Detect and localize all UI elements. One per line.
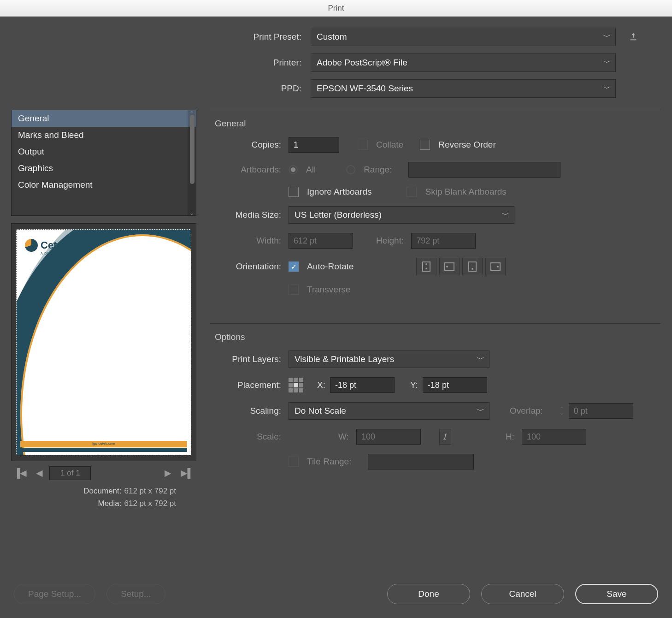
overlap-label: Overlap: xyxy=(510,406,543,416)
scale-label: Scale: xyxy=(210,432,284,442)
scaling-value: Do Not Scale xyxy=(295,406,346,416)
chevron-down-icon: ﹀ xyxy=(477,355,484,364)
scaling-label: Scaling: xyxy=(210,406,284,416)
placement-x-input[interactable] xyxy=(330,377,395,393)
collate-label: Collate xyxy=(376,140,403,150)
preview-footer: igs-cetek.com xyxy=(20,441,187,447)
tile-range-input xyxy=(368,454,474,469)
orientation-portrait-down[interactable] xyxy=(462,258,483,275)
logo-text: Cetek xyxy=(41,239,68,251)
scale-h-input xyxy=(522,429,586,445)
chevron-down-icon: ﹀ xyxy=(477,406,484,416)
copies-input[interactable] xyxy=(289,137,339,153)
scroll-thumb[interactable] xyxy=(190,115,195,184)
width-label: Width: xyxy=(210,236,284,246)
done-button[interactable]: Done xyxy=(387,584,470,604)
print-layers-value: Visible & Printable Layers xyxy=(295,354,394,364)
placement-grid[interactable] xyxy=(289,378,303,392)
tile-range-label: Tile Range: xyxy=(307,457,351,467)
preview-page: Cetek A DIVISION OF IGS igs-cetek.com xyxy=(16,229,191,455)
ppd-value: EPSON WF-3540 Series xyxy=(317,83,413,94)
window-title: Print xyxy=(328,4,344,13)
chevron-down-icon: ﹀ xyxy=(603,32,611,42)
orientation-landscape-left[interactable] xyxy=(439,258,460,275)
svg-point-5 xyxy=(472,268,473,270)
orientation-portrait-up[interactable] xyxy=(416,258,436,275)
media-size-dropdown[interactable]: US Letter (Borderless) ﹀ xyxy=(289,206,514,224)
auto-rotate-label: Auto-Rotate xyxy=(307,261,354,272)
stepper-icon: ⌃⌄ xyxy=(560,407,564,415)
doc-dim-label: Document: xyxy=(83,487,121,495)
reverse-order-checkbox[interactable] xyxy=(420,140,430,150)
sidebar-scrollbar[interactable]: ⌃ ⌄ xyxy=(188,110,196,215)
logo-sub: A DIVISION OF IGS xyxy=(41,252,77,255)
titlebar: Print xyxy=(0,0,672,17)
print-preset-label: Print Preset: xyxy=(149,32,306,42)
printer-label: Printer: xyxy=(149,58,306,68)
scale-h-label: H: xyxy=(506,432,514,442)
sidebar-item-output[interactable]: Output xyxy=(12,143,196,160)
artboards-all-label: All xyxy=(306,165,316,175)
ppd-label: PPD: xyxy=(149,83,306,94)
media-dim-label: Media: xyxy=(98,499,121,508)
sidebar-item-graphics[interactable]: Graphics xyxy=(12,160,196,177)
sidebar-item-general[interactable]: General xyxy=(12,110,196,127)
print-preset-value: Custom xyxy=(317,32,347,42)
page-indicator[interactable]: 1 of 1 xyxy=(49,466,91,480)
chevron-down-icon: ﹀ xyxy=(502,210,509,220)
reverse-order-label: Reverse Order xyxy=(438,140,496,150)
artboards-all-radio xyxy=(289,165,298,174)
printer-dropdown[interactable]: Adobe PostScript® File ﹀ xyxy=(311,53,616,72)
height-input xyxy=(411,233,476,249)
print-preset-dropdown[interactable]: Custom ﹀ xyxy=(311,28,616,46)
scaling-dropdown[interactable]: Do Not Scale ﹀ xyxy=(289,402,489,420)
ppd-dropdown[interactable]: EPSON WF-3540 Series ﹀ xyxy=(311,79,616,98)
scroll-down-icon[interactable]: ⌄ xyxy=(189,210,195,215)
doc-dim-value: 612 pt x 792 pt xyxy=(124,487,176,495)
orientation-landscape-right[interactable] xyxy=(485,258,506,275)
artboards-range-input xyxy=(408,162,560,178)
prev-page-icon[interactable]: ◀ xyxy=(33,466,46,480)
artboards-range-radio xyxy=(346,165,355,174)
collate-checkbox xyxy=(358,140,368,150)
options-section: Options Print Layers: Visible & Printabl… xyxy=(210,323,661,488)
overlap-input xyxy=(569,403,633,419)
chevron-down-icon: ﹀ xyxy=(603,84,611,94)
artboards-label: Artboards: xyxy=(210,165,284,175)
dialog-content: Print Preset: Custom ﹀ Printer: Adobe Po… xyxy=(0,17,672,618)
print-layers-dropdown[interactable]: Visible & Printable Layers ﹀ xyxy=(289,351,489,368)
options-title: Options xyxy=(210,329,661,351)
save-preset-icon[interactable] xyxy=(627,30,640,43)
last-page-icon[interactable]: ▶▌ xyxy=(178,466,196,480)
link-scale-icon[interactable]: 𝘐 xyxy=(439,429,451,445)
orientation-label: Orientation: xyxy=(210,261,284,272)
first-page-icon[interactable]: ▐◀ xyxy=(11,466,29,480)
placement-y-label: Y: xyxy=(410,380,418,390)
media-size-value: US Letter (Borderless) xyxy=(295,210,382,220)
next-page-icon[interactable]: ▶ xyxy=(162,466,174,480)
cancel-button[interactable]: Cancel xyxy=(481,584,564,604)
setup-button: Setup... xyxy=(106,584,165,604)
ignore-artboards-checkbox[interactable] xyxy=(289,187,299,197)
skip-blank-checkbox xyxy=(407,187,417,197)
media-dim-value: 612 pt x 792 pt xyxy=(124,499,176,508)
transverse-checkbox xyxy=(289,285,299,295)
copies-label: Copies: xyxy=(210,140,284,150)
scale-w-input xyxy=(356,429,421,445)
chevron-down-icon: ﹀ xyxy=(603,58,611,68)
logo-mark-icon xyxy=(25,239,38,252)
preview-panel: Cetek A DIVISION OF IGS igs-cetek.com xyxy=(11,223,196,461)
ignore-artboards-label: Ignore Artboards xyxy=(307,187,371,197)
save-button[interactable]: Save xyxy=(575,584,658,604)
placement-y-input[interactable] xyxy=(423,377,487,393)
auto-rotate-checkbox[interactable]: ✓ xyxy=(289,261,299,272)
svg-point-7 xyxy=(497,266,499,267)
tile-range-checkbox xyxy=(289,457,299,467)
svg-point-1 xyxy=(425,263,427,265)
general-section: General Copies: Collate Reverse Order Ar… xyxy=(210,110,661,313)
media-size-label: Media Size: xyxy=(210,210,284,220)
sidebar-item-color-management[interactable]: Color Management xyxy=(12,177,196,193)
transverse-label: Transverse xyxy=(307,285,350,295)
sidebar-item-marks-bleed[interactable]: Marks and Bleed xyxy=(12,127,196,143)
section-list[interactable]: General Marks and Bleed Output Graphics … xyxy=(11,110,196,216)
